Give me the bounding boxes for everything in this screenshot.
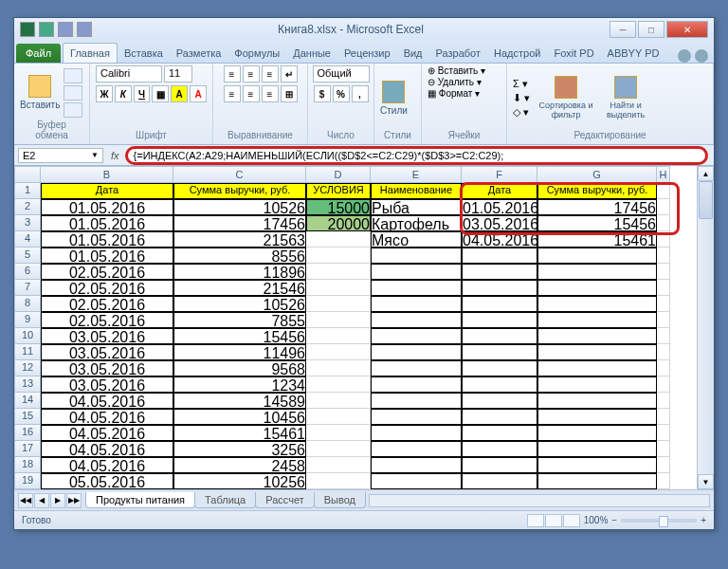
col-header-B[interactable]: B [41, 166, 173, 183]
ribbon-tab-9[interactable]: Foxit PD [547, 44, 600, 63]
cell-date[interactable]: 02.05.2016 [41, 312, 173, 328]
row-header-7[interactable]: 7 [14, 280, 41, 296]
cell[interactable] [462, 425, 537, 441]
cell-sum[interactable]: 21563 [173, 231, 306, 248]
cut-icon[interactable] [64, 68, 82, 83]
cell-sum[interactable]: 11896 [173, 264, 306, 280]
cell-date[interactable]: 01.05.2016 [41, 231, 173, 248]
cell[interactable] [306, 231, 371, 248]
cell[interactable] [537, 425, 657, 441]
formula-input[interactable]: {=ИНДЕКС(A2:A29;НАИМЕНЬШИЙ(ЕСЛИ(($D$2<=C… [125, 146, 708, 165]
merge-button[interactable]: ⊞ [281, 85, 298, 102]
cell-sum[interactable]: 10526 [173, 199, 306, 215]
cell[interactable] [306, 360, 371, 376]
cell[interactable] [537, 473, 657, 489]
cell[interactable] [657, 457, 670, 473]
zoom-slider[interactable] [621, 519, 697, 523]
ribbon-tab-4[interactable]: Данные [286, 44, 337, 63]
maximize-button[interactable]: □ [638, 21, 664, 38]
cell-sum[interactable]: 10456 [173, 409, 306, 425]
insert-cells-button[interactable]: ⊕ Вставить ▾ [428, 65, 485, 76]
cell-date[interactable]: 01.05.2016 [41, 215, 173, 231]
options-icon[interactable] [695, 49, 708, 63]
bold-button[interactable]: Ж [96, 85, 113, 102]
cell[interactable] [537, 376, 657, 393]
cell[interactable] [306, 425, 371, 441]
cell[interactable] [537, 280, 657, 296]
row-header-16[interactable]: 16 [14, 425, 41, 441]
cell-result-sum[interactable]: 17456 [537, 199, 657, 215]
cell[interactable] [371, 296, 462, 312]
cell-result-name[interactable]: Картофель [371, 215, 462, 231]
cell-sum[interactable]: 14589 [173, 393, 306, 409]
cell[interactable] [462, 393, 537, 409]
cell[interactable] [371, 425, 462, 441]
cell[interactable] [306, 393, 371, 409]
cell[interactable] [657, 344, 670, 360]
row-header-13[interactable]: 13 [14, 376, 41, 393]
sheet-tab-1[interactable]: Таблица [194, 492, 256, 508]
cell[interactable] [537, 409, 657, 425]
cell[interactable] [657, 328, 670, 344]
delete-cells-button[interactable]: ⊖ Удалить ▾ [428, 77, 482, 87]
col-header-G[interactable]: G [537, 166, 657, 183]
autosum-button[interactable]: Σ ▾ [513, 78, 530, 90]
ribbon-tab-8[interactable]: Надстрой [487, 44, 547, 63]
col-header-C[interactable]: C [173, 166, 306, 183]
cell[interactable] [657, 473, 670, 489]
align-left-button[interactable]: ≡ [224, 85, 241, 102]
sort-filter-button[interactable]: Сортировка и фильтр [537, 76, 594, 119]
cell[interactable] [462, 328, 537, 344]
cell[interactable] [462, 441, 537, 457]
cell-date[interactable]: 04.05.2016 [41, 409, 173, 425]
cell-sum[interactable]: 2458 [173, 457, 306, 473]
cell-result-date[interactable]: 04.05.2016 [462, 231, 537, 248]
cell[interactable] [537, 393, 657, 409]
row-header-6[interactable]: 6 [14, 264, 41, 280]
cell[interactable] [306, 264, 371, 280]
cell-result-name[interactable]: Мясо [371, 231, 462, 248]
cell-sum[interactable]: 8556 [173, 248, 306, 264]
row-header-15[interactable]: 15 [14, 409, 41, 425]
cell[interactable] [371, 393, 462, 409]
cell[interactable] [371, 409, 462, 425]
cell[interactable] [537, 360, 657, 376]
cell-result-sum[interactable]: 15456 [537, 215, 657, 231]
save-icon[interactable] [39, 22, 54, 37]
format-cells-button[interactable]: ▦ Формат ▾ [428, 88, 480, 99]
align-bot-button[interactable]: ≡ [262, 65, 279, 83]
scroll-down-button[interactable]: ▼ [698, 474, 714, 489]
cell-sum[interactable]: 21546 [173, 280, 306, 296]
cell-date[interactable]: 05.05.2016 [41, 473, 173, 489]
cell[interactable] [537, 296, 657, 312]
cell[interactable] [371, 328, 462, 344]
cell[interactable] [462, 473, 537, 489]
col-header-H[interactable]: H [657, 166, 670, 183]
cell-date[interactable]: 02.05.2016 [41, 296, 173, 312]
cell[interactable] [371, 376, 462, 393]
currency-button[interactable]: $ [314, 85, 331, 102]
select-all-corner[interactable] [14, 166, 41, 183]
cell-sum[interactable]: 10526 [173, 296, 306, 312]
cell[interactable] [306, 376, 371, 393]
row-header-12[interactable]: 12 [14, 360, 41, 376]
cell[interactable] [657, 409, 670, 425]
cell[interactable] [537, 457, 657, 473]
cell-sum[interactable]: 11496 [173, 344, 306, 360]
scroll-thumb[interactable] [699, 181, 713, 219]
cell[interactable] [537, 344, 657, 360]
cell[interactable] [371, 344, 462, 360]
cell[interactable] [657, 199, 670, 215]
styles-button[interactable]: Стили [380, 81, 408, 116]
cell-sum[interactable]: 10256 [173, 473, 306, 489]
cell[interactable] [657, 393, 670, 409]
ribbon-tab-1[interactable]: Вставка [118, 44, 170, 63]
find-select-button[interactable]: Найти и выделить [602, 76, 649, 119]
cell-sum[interactable]: 7855 [173, 312, 306, 328]
tab-nav-first[interactable]: ◀◀ [18, 493, 33, 508]
name-box[interactable]: E2▼ [18, 148, 103, 163]
cell[interactable] [462, 376, 537, 393]
row-header-2[interactable]: 2 [14, 199, 41, 215]
cell[interactable] [462, 457, 537, 473]
row-header-4[interactable]: 4 [14, 231, 41, 248]
